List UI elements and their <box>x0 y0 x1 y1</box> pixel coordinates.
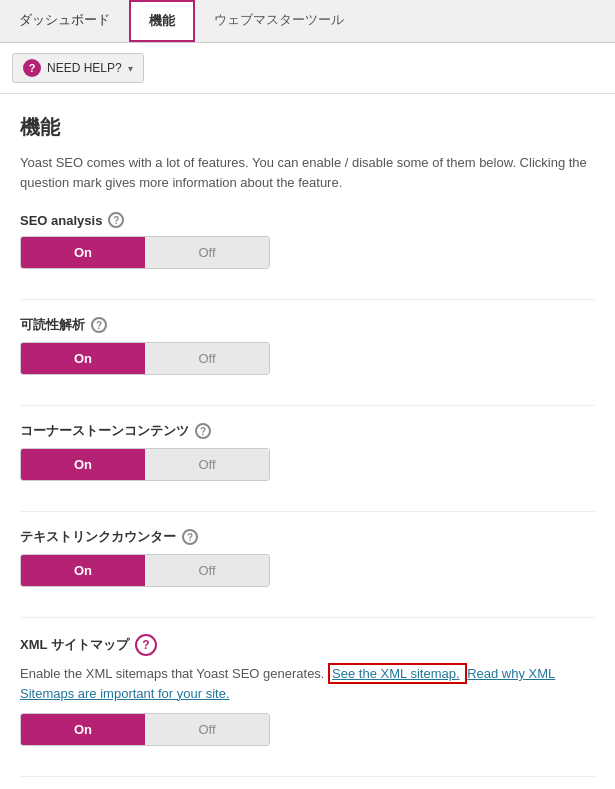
readability-on-button[interactable]: On <box>21 343 145 374</box>
cornerstone-label: コーナーストーンコンテンツ <box>20 422 189 440</box>
seo-analysis-on-button[interactable]: On <box>21 237 145 268</box>
tab-webmaster[interactable]: ウェブマスターツール <box>195 0 363 42</box>
cornerstone-toggle: On Off <box>20 448 270 481</box>
text-link-label: テキストリンクカウンター <box>20 528 176 546</box>
cornerstone-help-icon[interactable]: ? <box>195 423 211 439</box>
readability-help-icon[interactable]: ? <box>91 317 107 333</box>
tab-features[interactable]: 機能 <box>129 0 195 42</box>
xml-sitemap-toggle: On Off <box>20 713 270 746</box>
cornerstone-on-button[interactable]: On <box>21 449 145 480</box>
xml-sitemap-description: Enable the XML sitemaps that Yoast SEO g… <box>20 664 595 703</box>
feature-cornerstone: コーナーストーンコンテンツ ? On Off <box>20 422 595 491</box>
seo-analysis-toggle: On Off <box>20 236 270 269</box>
feature-readability: 可読性解析 ? On Off <box>20 316 595 385</box>
need-help-button[interactable]: ? NEED HELP? ▾ <box>12 53 144 83</box>
main-content: 機能 Yoast SEO comes with a lot of feature… <box>0 94 615 789</box>
seo-analysis-label: SEO analysis <box>20 213 102 228</box>
feature-text-link: テキストリンクカウンター ? On Off <box>20 528 595 597</box>
readability-off-button[interactable]: Off <box>145 343 269 374</box>
xml-sitemap-label: XML サイトマップ <box>20 636 129 654</box>
text-link-toggle: On Off <box>20 554 270 587</box>
chevron-down-icon: ▾ <box>128 63 133 74</box>
readability-toggle: On Off <box>20 342 270 375</box>
help-icon: ? <box>23 59 41 77</box>
xml-sitemap-off-button[interactable]: Off <box>145 714 269 745</box>
tab-dashboard[interactable]: ダッシュボード <box>0 0 129 42</box>
xml-sitemap-on-button[interactable]: On <box>21 714 145 745</box>
text-link-help-icon[interactable]: ? <box>182 529 198 545</box>
page-title: 機能 <box>20 114 595 141</box>
help-bar: ? NEED HELP? ▾ <box>0 43 615 94</box>
help-button-label: NEED HELP? <box>47 61 122 75</box>
text-link-on-button[interactable]: On <box>21 555 145 586</box>
seo-analysis-off-button[interactable]: Off <box>145 237 269 268</box>
feature-xml-sitemap: XML サイトマップ ? Enable the XML sitemaps tha… <box>20 634 595 756</box>
xml-sitemap-link[interactable]: See the XML sitemap. <box>332 666 459 681</box>
page-description: Yoast SEO comes with a lot of features. … <box>20 153 595 192</box>
tab-bar: ダッシュボード 機能 ウェブマスターツール <box>0 0 615 43</box>
cornerstone-off-button[interactable]: Off <box>145 449 269 480</box>
readability-label: 可読性解析 <box>20 316 85 334</box>
feature-seo-analysis: SEO analysis ? On Off <box>20 212 595 279</box>
xml-sitemap-desc-before: Enable the XML sitemaps that Yoast SEO g… <box>20 666 324 681</box>
xml-sitemap-link-wrapper: See the XML sitemap. <box>328 663 467 684</box>
seo-analysis-help-icon[interactable]: ? <box>108 212 124 228</box>
text-link-off-button[interactable]: Off <box>145 555 269 586</box>
xml-sitemap-help-icon[interactable]: ? <box>135 634 157 656</box>
